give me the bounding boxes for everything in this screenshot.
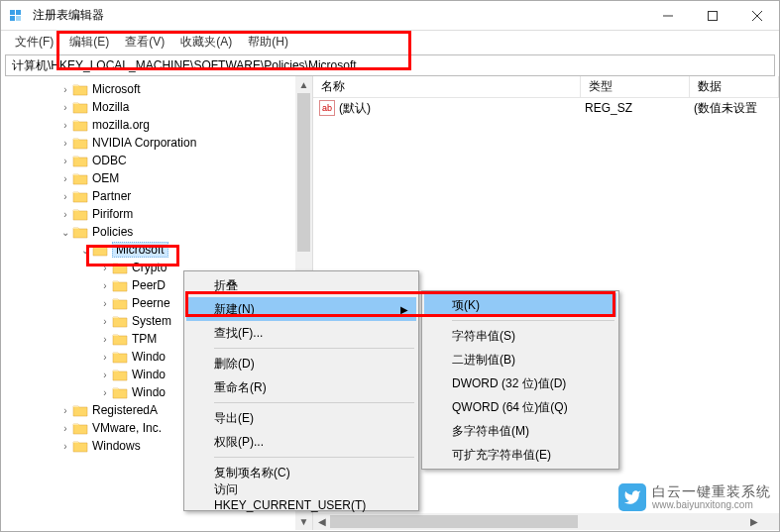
tree-node[interactable]: ⌄Policies [1, 223, 312, 241]
menu-view[interactable]: 查看(V) [117, 32, 172, 53]
cm-goto-hkcu[interactable]: 访问 HKEY_CURRENT_USER(T) [186, 484, 416, 508]
col-type[interactable]: 类型 [581, 76, 690, 97]
address-text: 计算机\HKEY_LOCAL_MACHINE\SOFTWARE\Policies… [12, 57, 357, 74]
cm-permissions[interactable]: 权限(P)... [186, 430, 416, 454]
tree-label: Windo [132, 385, 166, 399]
cm-new-multi[interactable]: 多字符串值(M) [424, 419, 616, 443]
cm-divider [452, 320, 614, 321]
menu-help[interactable]: 帮助(H) [240, 32, 296, 53]
tree-label: RegisteredA [92, 403, 158, 417]
cm-new-dword[interactable]: DWORD (32 位)值(D) [424, 372, 616, 395]
menu-file[interactable]: 文件(F) [7, 32, 61, 53]
cm-rename[interactable]: 重命名(R) [186, 375, 416, 399]
tree-label: PeerD [132, 278, 166, 292]
watermark-text: 白云一键重装系统 [652, 484, 771, 499]
folder-icon [72, 154, 88, 167]
cm-divider [214, 348, 414, 349]
folder-icon [72, 225, 88, 239]
svg-rect-5 [708, 11, 717, 20]
expander-closed-icon[interactable]: › [98, 370, 112, 380]
col-name[interactable]: 名称 [313, 76, 581, 97]
list-scrollbar-h[interactable]: ◀ ▶ [313, 513, 762, 530]
cm-new[interactable]: 新建(N)▶ [186, 297, 416, 321]
expander-closed-icon[interactable]: › [58, 173, 72, 184]
expander-open-icon[interactable]: ⌄ [58, 227, 72, 238]
expander-closed-icon[interactable]: › [98, 263, 112, 273]
expander-closed-icon[interactable]: › [98, 316, 112, 327]
svg-rect-2 [10, 16, 15, 21]
expander-closed-icon[interactable]: › [58, 84, 72, 95]
cm-delete[interactable]: 删除(D) [186, 352, 416, 375]
folder-icon [72, 118, 88, 132]
expander-closed-icon[interactable]: › [58, 405, 72, 416]
svg-rect-1 [16, 10, 21, 15]
window-title: 注册表编辑器 [33, 7, 104, 24]
tree-label: Microsoft [112, 242, 168, 258]
watermark-logo-icon [618, 483, 646, 511]
expander-closed-icon[interactable]: › [58, 156, 72, 166]
minimize-button[interactable] [645, 1, 690, 31]
svg-rect-0 [10, 10, 15, 15]
expander-closed-icon[interactable]: › [58, 102, 72, 113]
tree-label: Partner [92, 189, 131, 203]
context-submenu-new: 项(K) 字符串值(S) 二进制值(B) DWORD (32 位)值(D) QW… [421, 290, 619, 470]
expander-closed-icon[interactable]: › [58, 191, 72, 202]
expander-closed-icon[interactable]: › [98, 334, 112, 345]
close-button[interactable] [734, 1, 779, 31]
cm-export[interactable]: 导出(E) [186, 406, 416, 430]
expander-closed-icon[interactable]: › [58, 138, 72, 149]
tree-node[interactable]: ›NVIDIA Corporation [1, 134, 312, 152]
tree-node[interactable]: ›Partner [1, 187, 312, 205]
scroll-down-icon[interactable]: ▼ [295, 513, 312, 530]
cm-divider [214, 402, 414, 403]
tree-node[interactable]: ›OEM [1, 169, 312, 187]
tree-node[interactable]: ›ODBC [1, 152, 312, 169]
tree-node[interactable]: ›Microsoft [1, 80, 312, 98]
tree-node[interactable]: ›mozilla.org [1, 116, 312, 134]
expander-open-icon[interactable]: ⌄ [78, 245, 92, 256]
expander-closed-icon[interactable]: › [58, 209, 72, 220]
scroll-corner [762, 513, 779, 530]
cm-new-binary[interactable]: 二进制值(B) [424, 348, 616, 372]
tree-label: Crypto [132, 261, 167, 274]
tree-label: Piriform [92, 207, 133, 221]
maximize-button[interactable] [690, 1, 734, 31]
expander-closed-icon[interactable]: › [98, 298, 112, 309]
submenu-arrow-icon: ▶ [400, 304, 408, 315]
cm-new-key[interactable]: 项(K) [424, 293, 616, 317]
expander-closed-icon[interactable]: › [98, 280, 112, 291]
watermark-url: www.baiyunxitong.com [652, 499, 771, 510]
expander-closed-icon[interactable]: › [58, 120, 72, 131]
context-menu: 折叠 新建(N)▶ 查找(F)... 删除(D) 重命名(R) 导出(E) 权限… [183, 270, 419, 511]
cm-new-string[interactable]: 字符串值(S) [424, 324, 616, 348]
cm-find[interactable]: 查找(F)... [186, 321, 416, 345]
col-data[interactable]: 数据 [690, 76, 779, 97]
folder-icon [112, 332, 128, 346]
expander-closed-icon[interactable]: › [58, 441, 72, 452]
value-name: (默认) [339, 100, 585, 117]
scroll-thumb[interactable] [297, 93, 310, 252]
tree-node[interactable]: ›Mozilla [1, 98, 312, 116]
menu-favorites[interactable]: 收藏夹(A) [172, 32, 240, 53]
string-value-icon: ab [319, 100, 335, 116]
expander-closed-icon[interactable]: › [98, 352, 112, 363]
folder-icon [72, 403, 88, 417]
tree-label: Peerne [132, 296, 170, 310]
scroll-left-icon[interactable]: ◀ [313, 513, 330, 530]
list-row-default[interactable]: ab (默认) REG_SZ (数值未设置 [313, 98, 779, 118]
address-bar[interactable]: 计算机\HKEY_LOCAL_MACHINE\SOFTWARE\Policies… [5, 54, 775, 76]
tree-node[interactable]: ›Piriform [1, 205, 312, 223]
cm-new-expand[interactable]: 可扩充字符串值(E) [424, 443, 616, 467]
folder-icon [92, 243, 108, 257]
cm-collapse[interactable]: 折叠 [186, 273, 416, 297]
scroll-thumb-h[interactable] [330, 515, 578, 528]
menu-edit[interactable]: 编辑(E) [61, 32, 117, 53]
expander-closed-icon[interactable]: › [98, 387, 112, 398]
cm-new-qword[interactable]: QWORD (64 位)值(Q) [424, 395, 616, 419]
scroll-up-icon[interactable]: ▲ [295, 76, 312, 93]
scroll-right-icon[interactable]: ▶ [745, 513, 762, 530]
list-header: 名称 类型 数据 [313, 76, 779, 98]
tree-node[interactable]: ⌄Microsoft [1, 241, 312, 259]
expander-closed-icon[interactable]: › [58, 423, 72, 434]
watermark: 白云一键重装系统 www.baiyunxitong.com [618, 483, 771, 511]
